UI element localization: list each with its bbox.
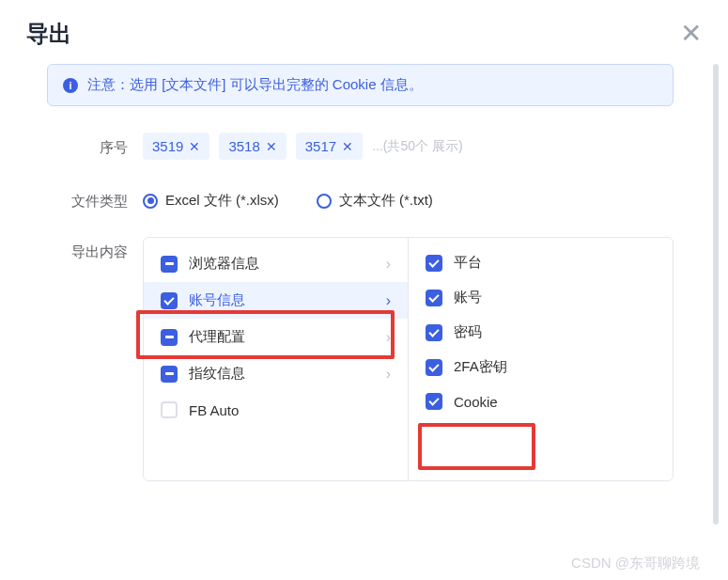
subitem-platform[interactable]: 平台 xyxy=(409,245,673,280)
tag-text: 3519 xyxy=(152,138,183,154)
category-fingerprint-info[interactable]: 指纹信息 › xyxy=(144,355,408,392)
chevron-right-icon: › xyxy=(386,256,391,273)
category-proxy-config[interactable]: 代理配置 › xyxy=(144,319,408,355)
radio-label: Excel 文件 (*.xlsx) xyxy=(165,192,279,210)
subitem-account[interactable]: 账号 xyxy=(409,280,673,315)
subitem-cookie[interactable]: Cookie xyxy=(409,384,673,418)
close-icon[interactable]: ✕ xyxy=(680,21,702,47)
tag-text: 3518 xyxy=(228,138,259,154)
tag-text: 3517 xyxy=(305,138,336,154)
checkbox-indeterminate-icon[interactable] xyxy=(161,366,178,383)
export-content-panel: 浏览器信息 › 账号信息 › 代理配置 › 指纹信息 › xyxy=(143,237,674,481)
chevron-right-icon: › xyxy=(386,366,391,383)
chevron-right-icon: › xyxy=(386,329,391,346)
category-label: FB Auto xyxy=(189,402,239,418)
tag-close-icon[interactable]: ✕ xyxy=(342,139,353,154)
radio-icon xyxy=(143,194,158,209)
subitem-label: 账号 xyxy=(454,289,482,306)
category-label: 浏览器信息 xyxy=(189,255,259,273)
tag-item[interactable]: 3519 ✕ xyxy=(143,133,209,160)
subitem-password[interactable]: 密码 xyxy=(409,315,673,350)
subitem-label: 2FA密钥 xyxy=(454,358,507,376)
radio-txt[interactable]: 文本文件 (*.txt) xyxy=(317,192,433,210)
checkbox-indeterminate-icon[interactable] xyxy=(161,256,178,273)
category-list: 浏览器信息 › 账号信息 › 代理配置 › 指纹信息 › xyxy=(144,238,409,480)
category-browser-info[interactable]: 浏览器信息 › xyxy=(144,245,408,282)
checkbox-empty-icon[interactable] xyxy=(161,401,178,418)
tag-close-icon[interactable]: ✕ xyxy=(266,139,277,154)
tag-item[interactable]: 3517 ✕ xyxy=(296,133,363,160)
checkbox-checked-icon[interactable] xyxy=(161,292,178,309)
scrollbar[interactable] xyxy=(713,64,719,525)
radio-label: 文本文件 (*.txt) xyxy=(339,192,433,210)
radio-excel[interactable]: Excel 文件 (*.xlsx) xyxy=(143,192,279,210)
info-icon: i xyxy=(63,78,78,93)
category-label: 账号信息 xyxy=(189,291,245,309)
tags-more-hint[interactable]: ...(共50个 展示) xyxy=(372,138,462,155)
label-serial: 序号 xyxy=(47,133,143,157)
category-label: 代理配置 xyxy=(189,328,245,346)
watermark-text: CSDN @东哥聊跨境 xyxy=(571,555,700,572)
label-filetype: 文件类型 xyxy=(47,186,143,211)
category-label: 指纹信息 xyxy=(189,365,245,383)
subitem-label: Cookie xyxy=(454,394,498,410)
checkbox-checked-icon[interactable] xyxy=(426,393,442,410)
tag-close-icon[interactable]: ✕ xyxy=(189,139,200,154)
category-account-info[interactable]: 账号信息 › xyxy=(144,282,408,319)
checkbox-checked-icon[interactable] xyxy=(426,324,442,341)
info-alert: i 注意：选用 [文本文件] 可以导出完整的 Cookie 信息。 xyxy=(47,64,674,106)
radio-icon xyxy=(317,194,332,209)
checkbox-checked-icon[interactable] xyxy=(426,290,442,306)
subitem-label: 密码 xyxy=(454,323,482,341)
chevron-right-icon: › xyxy=(386,292,391,309)
tag-item[interactable]: 3518 ✕ xyxy=(219,133,286,160)
subitem-2fa[interactable]: 2FA密钥 xyxy=(409,350,673,384)
label-content: 导出内容 xyxy=(47,237,143,261)
dialog-title: 导出 xyxy=(26,19,71,49)
checkbox-checked-icon[interactable] xyxy=(426,359,442,376)
checkbox-checked-icon[interactable] xyxy=(426,255,442,272)
subitem-list: 平台 账号 密码 2FA密钥 Cookie xyxy=(409,238,673,480)
category-fb-auto[interactable]: FB Auto xyxy=(144,392,408,428)
alert-text: 注意：选用 [文本文件] 可以导出完整的 Cookie 信息。 xyxy=(87,76,423,94)
checkbox-indeterminate-icon[interactable] xyxy=(161,329,178,346)
subitem-label: 平台 xyxy=(454,254,482,272)
